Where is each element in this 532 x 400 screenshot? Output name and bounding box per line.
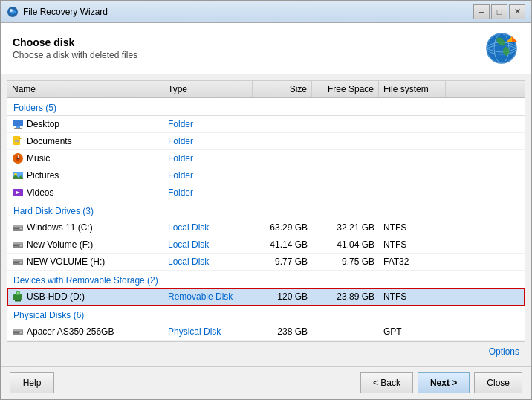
row-name-desktop: Desktop (7, 116, 163, 132)
svg-rect-33 (13, 262, 19, 263)
list-item[interactable]: Music Folder (7, 150, 525, 167)
hdd-icon (12, 239, 24, 251)
disk-list[interactable]: Name Type Size Free Space File system Fo… (7, 80, 525, 342)
row-fs: NTFS (379, 289, 446, 304)
music-icon (12, 152, 24, 164)
hdd-icon (12, 256, 24, 268)
svg-point-17 (17, 158, 19, 159)
row-size: 63.29 GB (253, 220, 312, 235)
row-fs: NTFS (379, 237, 446, 252)
col-name: Name (7, 81, 163, 97)
svg-rect-41 (13, 332, 19, 333)
list-item[interactable]: New Volume (F:) Local Disk 41.14 GB 41.0… (7, 236, 525, 254)
group-folders-label: Folders (5) (7, 98, 525, 116)
group-hdd-label: Hard Disk Drives (3) (7, 201, 525, 219)
svg-rect-9 (16, 126, 20, 128)
col-file-system: File system (379, 81, 446, 97)
header-text: Choose disk Choose a disk with deleted f… (13, 36, 484, 60)
col-free-space: Free Space (312, 81, 379, 97)
app-icon (7, 6, 19, 18)
documents-icon (12, 135, 24, 147)
svg-rect-8 (13, 120, 23, 126)
row-free: 32.21 GB (312, 220, 379, 235)
maximize-button[interactable]: □ (491, 4, 507, 19)
group-physical-label: Physical Disks (6) (7, 306, 525, 323)
row-type: Local Disk (163, 254, 253, 269)
row-free: 9.75 GB (312, 254, 379, 269)
svg-rect-31 (13, 259, 23, 261)
row-name-videos: Videos (7, 184, 163, 201)
globe-icon (484, 30, 519, 66)
row-size: 9.77 GB (253, 254, 312, 269)
svg-point-1 (10, 9, 13, 12)
row-name-documents: Documents (7, 133, 163, 149)
list-item[interactable]: Documents Folder (7, 133, 525, 150)
row-type: Folder (163, 168, 253, 183)
row-free (312, 329, 379, 334)
row-name-apacer: Apacer AS350 256GB (7, 323, 163, 340)
row-free: 23.89 GB (312, 289, 379, 304)
close-window-button[interactable]: ✕ (509, 4, 525, 19)
svg-rect-27 (13, 242, 23, 244)
header-subtitle: Choose a disk with deleted files (13, 50, 484, 60)
svg-rect-29 (13, 245, 19, 246)
svg-rect-14 (15, 143, 17, 143)
svg-point-28 (20, 245, 22, 247)
row-name-pictures: Pictures (7, 167, 163, 184)
row-type: Folder (163, 134, 253, 149)
row-type: Folder (163, 151, 253, 166)
list-item-selected[interactable]: USB-HDD (D:) Removable Disk 120 GB 23.89… (7, 288, 525, 306)
header-area: Choose disk Choose a disk with deleted f… (1, 23, 531, 74)
row-size: 41.14 GB (253, 237, 312, 252)
svg-point-40 (20, 332, 22, 334)
svg-rect-12 (15, 140, 19, 141)
list-item[interactable]: NEW VOLUME (H:) Local Disk 9.77 GB 9.75 … (7, 254, 525, 271)
help-button[interactable]: Help (10, 372, 54, 393)
list-item[interactable]: Apacer AS350 256GB Physical Disk 238 GB … (7, 323, 525, 341)
svg-marker-6 (512, 36, 518, 42)
svg-rect-34 (13, 294, 22, 300)
pictures-icon (12, 170, 24, 181)
col-size: Size (253, 81, 312, 97)
options-link[interactable]: Options (489, 346, 519, 357)
window: File Recovery Wizard ─ □ ✕ Choose disk C… (0, 0, 532, 400)
row-type: Folder (163, 117, 253, 132)
svg-point-24 (20, 228, 22, 230)
row-fs: FAT32 (379, 254, 446, 269)
button-bar: Help < Back Next > Close (1, 366, 531, 399)
row-name-music: Music (7, 150, 163, 167)
back-button[interactable]: < Back (360, 372, 413, 393)
svg-point-32 (20, 262, 22, 264)
next-button[interactable]: Next > (418, 372, 470, 393)
row-name-c: Windows 11 (C:) (7, 219, 163, 236)
title-bar: File Recovery Wizard ─ □ ✕ (1, 1, 531, 23)
videos-icon (12, 187, 24, 199)
group-removable-label: Devices with Removable Storage (2) (7, 271, 525, 288)
svg-rect-39 (13, 329, 23, 331)
list-item[interactable]: Videos Folder (7, 184, 525, 201)
row-type: Physical Disk (163, 324, 253, 339)
hdd-icon (12, 222, 24, 233)
content-area: Name Type Size Free Space File system Fo… (1, 74, 531, 366)
minimize-button[interactable]: ─ (473, 4, 490, 19)
row-size: 238 GB (253, 324, 312, 339)
desktop-icon (12, 118, 24, 130)
svg-rect-37 (15, 300, 21, 302)
svg-rect-25 (13, 228, 19, 229)
svg-rect-10 (14, 128, 22, 129)
usb-icon (12, 291, 24, 303)
row-name-f: New Volume (F:) (7, 236, 163, 253)
list-item[interactable]: Desktop Folder (7, 116, 525, 133)
list-item[interactable]: Windows 11 (C:) Local Disk 63.29 GB 32.2… (7, 219, 525, 236)
header-title: Choose disk (13, 36, 484, 48)
list-header: Name Type Size Free Space File system (7, 81, 525, 98)
list-item[interactable]: Pictures Folder (7, 167, 525, 184)
row-type: Removable Disk (163, 289, 253, 304)
svg-rect-23 (13, 225, 23, 227)
row-fs: GPT (379, 324, 446, 339)
row-name-d: USB-HDD (D:) (7, 288, 163, 305)
close-button[interactable]: Close (474, 372, 522, 393)
window-title: File Recovery Wizard (23, 7, 473, 17)
col-type: Type (163, 81, 253, 97)
row-name-h: NEW VOLUME (H:) (7, 254, 163, 270)
